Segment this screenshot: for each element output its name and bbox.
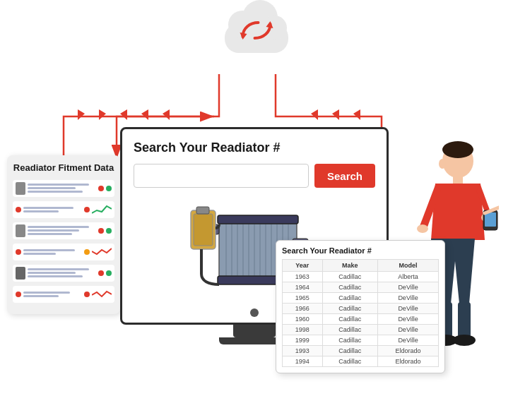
list-item [13,286,114,303]
table-row: 1998CadillacDeVille [283,325,439,335]
svg-marker-3 [141,109,148,120]
results-table: Year Make Model 1963CadillacAlberta1964C… [282,259,439,367]
svg-marker-4 [120,109,127,120]
list-item [13,180,114,197]
bar-icon [16,182,25,195]
svg-rect-25 [218,215,298,224]
svg-marker-8 [332,109,339,120]
data-lines [28,268,96,277]
results-panel: Search Your Readiator # Year Make Model … [276,240,445,373]
svg-marker-2 [163,109,170,120]
dot-yellow-icon [84,249,90,255]
data-panel-title: Readiator Fitment Data [13,162,114,174]
data-lines [23,292,82,297]
search-button[interactable]: Search [314,164,375,188]
table-row: 1966CadillacDeVille [283,304,439,314]
monitor-stand [233,325,276,337]
table-row: 1964CadillacDeVille [283,282,439,293]
dot-green-icon [106,228,112,234]
dot-red-icon [16,292,21,297]
list-item [13,201,114,218]
dot-green-icon [106,186,112,191]
svg-rect-30 [194,214,213,246]
search-row: Search [134,164,375,188]
monitor-power-dot [250,308,259,317]
svg-marker-9 [353,109,360,120]
data-lines [23,207,82,212]
svg-rect-34 [453,175,463,184]
list-item [13,222,114,239]
col-year: Year [283,260,323,272]
list-item [13,265,114,282]
svg-rect-40 [458,302,471,337]
mini-chart-icon [92,203,112,216]
results-title: Search Your Readiator # [282,246,439,255]
bar-icon [16,267,25,280]
bar-icon [16,224,25,237]
svg-point-38 [417,224,428,233]
table-row: 1960CadillacDeVille [283,314,439,325]
table-row: 1999CadillacDeVille [283,335,439,346]
svg-marker-6 [99,109,106,120]
svg-point-43 [439,159,446,169]
dot-red-icon [16,249,21,255]
svg-rect-31 [196,207,209,214]
svg-marker-7 [311,109,318,120]
data-panel: Readiator Fitment Data [7,155,120,314]
screen-title: Search Your Readiator # [134,140,375,155]
svg-marker-5 [78,109,85,120]
dot-red-icon [98,186,104,191]
list-item [13,244,114,260]
dot-red-icon [84,207,90,212]
dot-red-icon [84,292,90,297]
table-row: 1994CadillacEldorado [283,356,439,367]
svg-marker-10 [240,32,247,40]
table-row: 1993CadillacEldorado [283,346,439,356]
mini-chart-icon [92,288,112,301]
col-make: Make [322,260,378,272]
table-row: 1965CadillacDeVille [283,293,439,304]
cloud-sync-icon [237,17,276,49]
data-lines [23,249,82,255]
dot-red-icon [16,207,21,212]
dot-green-icon [106,270,112,276]
cloud-illustration [211,7,302,71]
svg-point-42 [453,335,476,346]
col-model: Model [378,260,439,272]
svg-marker-11 [266,21,273,28]
table-row: 1963CadillacAlberta [283,272,439,282]
data-lines [28,226,96,235]
svg-point-33 [442,141,473,158]
dot-red-icon [98,270,104,276]
svg-rect-37 [485,212,496,227]
mini-chart-icon [92,246,112,258]
dot-red-icon [98,228,104,234]
data-lines [28,184,96,193]
search-input[interactable] [134,164,309,188]
